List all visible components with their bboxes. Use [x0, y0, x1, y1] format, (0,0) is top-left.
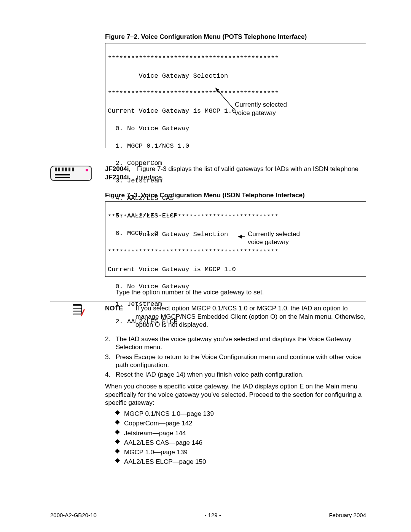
step-4: 4. Reset the IAD (page 14) when you fini… — [105, 371, 366, 379]
figure-2-option-0: 0. No Voice Gateway — [108, 283, 362, 291]
figure-1-caption: Figure 7–2. Voice Configuration Menu (PO… — [105, 33, 366, 41]
footer-page-number: - 129 - — [204, 512, 221, 519]
figure-2-option-1: 1. Jetstream — [108, 300, 362, 309]
gateway-page-list: MGCP 0.1/NCS 1.0—page 139 CopperCom—page… — [116, 410, 366, 466]
device-icon — [50, 166, 92, 181]
figure-1-callout-label: Currently selectedvoice gateway — [235, 101, 287, 117]
list-item: AAL2/LES CAS—page 146 — [116, 439, 366, 447]
list-item: MGCP 0.1/NCS 1.0—page 139 — [116, 410, 366, 418]
step-4-text: Reset the IAD (page 14) when you finish … — [116, 371, 366, 379]
list-item-text: MGCP 1.0—page 139 — [124, 448, 366, 456]
diamond-bullet-icon — [116, 458, 124, 462]
list-item: MGCP 1.0—page 139 — [116, 448, 366, 456]
list-item-text: CopperCom—page 142 — [124, 419, 366, 427]
diamond-bullet-icon — [116, 429, 124, 434]
list-item-text: AAL2/LES CAS—page 146 — [124, 439, 366, 447]
figure-2-option-2: 2. AAL2/LES ELCP — [108, 318, 362, 326]
figure-2-title: Voice Gateway Selection — [108, 230, 362, 239]
diamond-bullet-icon — [116, 419, 124, 424]
figure-2-divider-top: ****************************************… — [108, 213, 362, 222]
list-item-text: AAL2/LES ELCP—page 150 — [124, 458, 366, 466]
figure-1-option-2: 2. CopperCom — [108, 159, 362, 168]
figure-2-terminal-box: ****************************************… — [105, 201, 366, 277]
figure-1-option-1: 1. MGCP 0.1/NCS 1.0 — [108, 142, 362, 151]
figure-1-title: Voice Gateway Selection — [108, 72, 362, 81]
figure-2-callout-label: Currently selectedvoice gateway — [248, 230, 300, 246]
list-item: Jetstream—page 144 — [116, 429, 366, 437]
figure-1-terminal-box: ****************************************… — [105, 43, 366, 148]
footer-doc-number: 2000-A2-GB20-10 — [50, 512, 97, 519]
page-footer: 2000-A2-GB20-10 - 129 - February 2004 — [50, 512, 366, 519]
figure-2-divider-bottom: ****************************************… — [108, 248, 362, 257]
figure-1-divider-top: ****************************************… — [108, 54, 362, 63]
figure-1-divider-bottom: ****************************************… — [108, 89, 362, 98]
list-item: AAL2/LES ELCP—page 150 — [116, 458, 366, 466]
diamond-bullet-icon — [116, 410, 124, 414]
page: Figure 7–2. Voice Configuration Menu (PO… — [0, 0, 411, 532]
after-steps-paragraph: When you choose a specific voice gateway… — [105, 382, 366, 407]
footer-date: February 2004 — [329, 512, 366, 519]
diamond-bullet-icon — [116, 439, 124, 443]
figure-2-current-line: Current Voice Gateway is MGCP 1.0 — [108, 265, 362, 274]
figure-1-option-3: 3. Jetstream — [108, 177, 362, 185]
list-item-text: MGCP 0.1/NCS 1.0—page 139 — [124, 410, 366, 418]
figure-1-option-0: 0. No Voice Gateway — [108, 125, 362, 133]
note-icon — [73, 304, 83, 316]
diamond-bullet-icon — [116, 448, 124, 453]
list-item: CopperCom—page 142 — [116, 419, 366, 427]
list-item-text: Jetstream—page 144 — [124, 429, 366, 437]
